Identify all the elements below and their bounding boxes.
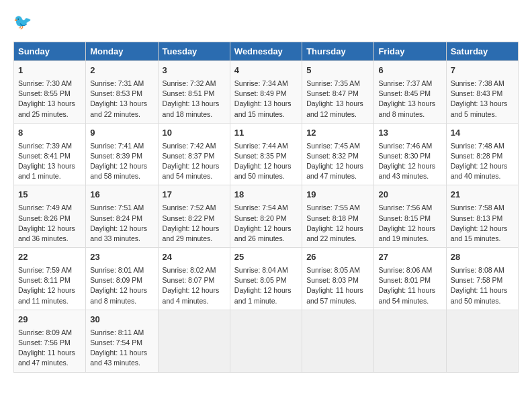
calendar-cell: 8Sunrise: 7:39 AMSunset: 8:41 PMDaylight… (14, 123, 86, 185)
calendar-week-row: 1Sunrise: 7:30 AMSunset: 8:55 PMDaylight… (14, 61, 519, 124)
calendar-cell: 2Sunrise: 7:31 AMSunset: 8:53 PMDaylight… (86, 61, 158, 124)
day-number: 9 (90, 127, 153, 140)
day-number: 18 (234, 189, 298, 201)
day-number: 1 (18, 64, 81, 77)
day-of-week-header: Saturday (446, 42, 518, 61)
day-number: 3 (163, 64, 226, 77)
calendar-cell: 22Sunrise: 7:59 AMSunset: 8:11 PMDayligh… (14, 248, 86, 310)
day-of-week-header: Thursday (302, 42, 374, 61)
calendar-cell: 12Sunrise: 7:45 AMSunset: 8:32 PMDayligh… (302, 123, 374, 185)
day-number: 5 (306, 64, 369, 77)
logo: 🐦 (13, 13, 34, 31)
calendar-week-row: 8Sunrise: 7:39 AMSunset: 8:41 PMDaylight… (14, 123, 519, 185)
calendar-cell: 19Sunrise: 7:55 AMSunset: 8:18 PMDayligh… (302, 185, 374, 248)
calendar-cell: 4Sunrise: 7:34 AMSunset: 8:49 PMDaylight… (230, 61, 302, 124)
calendar-cell: 5Sunrise: 7:35 AMSunset: 8:47 PMDaylight… (302, 61, 374, 124)
day-number: 27 (378, 251, 441, 264)
calendar-cell (230, 310, 302, 372)
day-number: 19 (306, 189, 369, 201)
day-number: 21 (451, 189, 514, 201)
calendar-cell: 28Sunrise: 8:08 AMSunset: 7:58 PMDayligh… (446, 248, 518, 310)
day-number: 20 (378, 189, 441, 201)
calendar-cell: 17Sunrise: 7:52 AMSunset: 8:22 PMDayligh… (158, 185, 230, 248)
day-number: 22 (18, 251, 81, 264)
day-number: 4 (234, 64, 298, 77)
day-number: 8 (18, 127, 81, 140)
day-number: 25 (234, 251, 298, 264)
calendar-cell: 30Sunrise: 8:11 AMSunset: 7:54 PMDayligh… (86, 310, 158, 372)
day-of-week-header: Tuesday (158, 42, 230, 61)
day-number: 29 (18, 314, 81, 326)
calendar-cell: 24Sunrise: 8:02 AMSunset: 8:07 PMDayligh… (158, 248, 230, 310)
calendar-table: SundayMondayTuesdayWednesdayThursdayFrid… (13, 42, 519, 373)
day-number: 15 (18, 189, 81, 201)
calendar-cell: 15Sunrise: 7:49 AMSunset: 8:26 PMDayligh… (14, 185, 86, 248)
calendar-cell: 9Sunrise: 7:41 AMSunset: 8:39 PMDaylight… (86, 123, 158, 185)
calendar-cell: 10Sunrise: 7:42 AMSunset: 8:37 PMDayligh… (158, 123, 230, 185)
page-header: 🐦 (13, 13, 519, 31)
day-number: 30 (90, 314, 153, 326)
calendar-cell: 14Sunrise: 7:48 AMSunset: 8:28 PMDayligh… (446, 123, 518, 185)
day-of-week-header: Sunday (14, 42, 86, 61)
calendar-cell: 11Sunrise: 7:44 AMSunset: 8:35 PMDayligh… (230, 123, 302, 185)
calendar-cell: 25Sunrise: 8:04 AMSunset: 8:05 PMDayligh… (230, 248, 302, 310)
day-number: 23 (90, 251, 153, 264)
calendar-cell: 6Sunrise: 7:37 AMSunset: 8:45 PMDaylight… (374, 61, 446, 124)
calendar-cell: 3Sunrise: 7:32 AMSunset: 8:51 PMDaylight… (158, 61, 230, 124)
calendar-header-row: SundayMondayTuesdayWednesdayThursdayFrid… (14, 42, 519, 61)
calendar-cell: 27Sunrise: 8:06 AMSunset: 8:01 PMDayligh… (374, 248, 446, 310)
calendar-cell (446, 310, 518, 372)
day-of-week-header: Friday (374, 42, 446, 61)
calendar-cell: 16Sunrise: 7:51 AMSunset: 8:24 PMDayligh… (86, 185, 158, 248)
day-of-week-header: Wednesday (230, 42, 302, 61)
calendar-cell (302, 310, 374, 372)
calendar-cell: 18Sunrise: 7:54 AMSunset: 8:20 PMDayligh… (230, 185, 302, 248)
day-of-week-header: Monday (86, 42, 158, 61)
calendar-cell: 23Sunrise: 8:01 AMSunset: 8:09 PMDayligh… (86, 248, 158, 310)
day-number: 2 (90, 64, 153, 77)
calendar-body: 1Sunrise: 7:30 AMSunset: 8:55 PMDaylight… (14, 61, 519, 373)
calendar-week-row: 22Sunrise: 7:59 AMSunset: 8:11 PMDayligh… (14, 248, 519, 310)
day-number: 17 (163, 189, 226, 201)
calendar-cell: 26Sunrise: 8:05 AMSunset: 8:03 PMDayligh… (302, 248, 374, 310)
day-number: 10 (163, 127, 226, 140)
calendar-cell: 1Sunrise: 7:30 AMSunset: 8:55 PMDaylight… (14, 61, 86, 124)
day-number: 24 (163, 251, 226, 264)
calendar-cell (374, 310, 446, 372)
logo-icon: 🐦 (13, 13, 32, 31)
calendar-week-row: 15Sunrise: 7:49 AMSunset: 8:26 PMDayligh… (14, 185, 519, 248)
calendar-cell: 20Sunrise: 7:56 AMSunset: 8:15 PMDayligh… (374, 185, 446, 248)
day-number: 7 (451, 64, 514, 77)
day-number: 6 (378, 64, 441, 77)
calendar-cell: 21Sunrise: 7:58 AMSunset: 8:13 PMDayligh… (446, 185, 518, 248)
day-number: 12 (306, 127, 369, 140)
day-number: 28 (451, 251, 514, 264)
calendar-cell: 13Sunrise: 7:46 AMSunset: 8:30 PMDayligh… (374, 123, 446, 185)
calendar-cell (158, 310, 230, 372)
day-number: 11 (234, 127, 298, 140)
day-number: 26 (306, 251, 369, 264)
calendar-cell: 7Sunrise: 7:38 AMSunset: 8:43 PMDaylight… (446, 61, 518, 124)
day-number: 13 (378, 127, 441, 140)
day-number: 16 (90, 189, 153, 201)
calendar-cell: 29Sunrise: 8:09 AMSunset: 7:56 PMDayligh… (14, 310, 86, 372)
day-number: 14 (451, 127, 514, 140)
calendar-week-row: 29Sunrise: 8:09 AMSunset: 7:56 PMDayligh… (14, 310, 519, 372)
